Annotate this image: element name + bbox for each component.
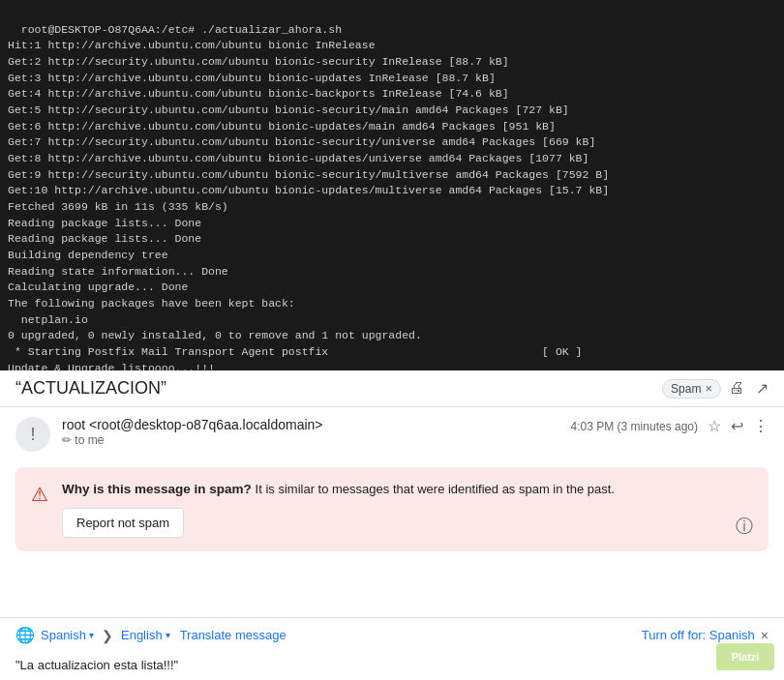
star-icon[interactable]: ☆ (708, 417, 721, 435)
spam-warning-body-text: It is similar to messages that were iden… (256, 482, 615, 496)
email-subject-bar: “ACTUALIZACION” Spam × 🖨 ↗ (0, 370, 784, 407)
to-me-row: ✏ to me (62, 433, 559, 447)
help-icon[interactable]: ⓘ (736, 515, 753, 538)
from-language-dropdown[interactable]: Spanish ▾ (41, 628, 94, 642)
sender-name: root <root@desktop-o87q6aa.localdomain> (62, 417, 559, 432)
email-header-row: ! root <root@desktop-o87q6aa.localdomain… (0, 407, 784, 461)
reply-icon[interactable]: ↩ (731, 417, 743, 435)
report-not-spam-button[interactable]: Report not spam (62, 508, 184, 538)
translated-content: "La actualizacion esta lista!!!" (0, 652, 784, 680)
print-icon[interactable]: 🖨 (729, 379, 744, 398)
terminal-text: root@DESKTOP-O87Q6AA:/etc# ./actualizar_… (8, 23, 609, 370)
translation-bar: 🌐 Spanish ▾ ❯ English ▾ Translate messag… (0, 617, 784, 652)
lang-separator-arrow: ❯ (102, 628, 113, 643)
turn-off-close-icon[interactable]: × (761, 628, 769, 643)
platzi-watermark: Platzi (716, 643, 774, 670)
to-language-dropdown[interactable]: English ▾ (121, 628, 170, 642)
subject-action-icons: 🖨 ↗ (729, 379, 769, 398)
spam-badge[interactable]: Spam × (662, 379, 721, 399)
from-lang-chevron: ▾ (89, 630, 94, 640)
to-lang-chevron: ▾ (166, 630, 170, 640)
open-external-icon[interactable]: ↗ (756, 379, 769, 398)
from-language-label: Spanish (41, 628, 86, 642)
translate-message-link[interactable]: Translate message (180, 628, 286, 642)
avatar-icon: ! (30, 425, 35, 445)
email-container: “ACTUALIZACION” Spam × 🖨 ↗ ! root <root@… (0, 370, 784, 680)
more-options-icon[interactable]: ⋮ (753, 417, 769, 435)
email-subject: “ACTUALIZACION” (15, 378, 654, 399)
spam-warning-title: Why is this message in spam? It is simil… (62, 482, 615, 496)
translated-text: "La actualizacion esta lista!!!" (15, 658, 178, 672)
spam-label: Spam (671, 382, 701, 396)
spam-warning-box: ⚠ Why is this message in spam? It is sim… (15, 467, 769, 551)
platzi-logo: Platzi (716, 643, 774, 670)
terminal-output: root@DESKTOP-O87Q6AA:/etc# ./actualizar_… (0, 0, 784, 370)
to-language-label: English (121, 628, 163, 642)
spam-remove-button[interactable]: × (705, 382, 712, 395)
avatar: ! (15, 417, 50, 452)
spam-warning-title-text: Why is this message in spam? (62, 482, 252, 496)
turn-off-translation-link[interactable]: Turn off for: Spanish × (642, 628, 769, 643)
turn-off-label: Turn off for: Spanish (642, 628, 755, 642)
email-meta-icons: 4:03 PM (3 minutes ago) ☆ ↩ ⋮ (571, 417, 769, 435)
translate-icon: 🌐 (15, 626, 35, 644)
spam-warning-content: Why is this message in spam? It is simil… (62, 481, 722, 538)
email-time: 4:03 PM (3 minutes ago) (571, 420, 698, 433)
email-sender-info: root <root@desktop-o87q6aa.localdomain> … (62, 417, 559, 447)
spam-warning-icon: ⚠ (31, 483, 48, 506)
to-me-label[interactable]: ✏ to me (62, 433, 104, 447)
